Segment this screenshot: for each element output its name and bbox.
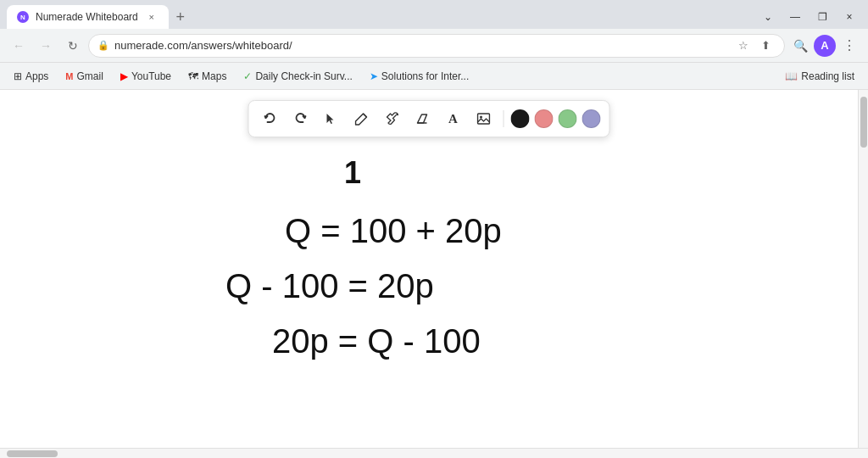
window-controls: ⌄ — ❐ × xyxy=(749,8,868,29)
toolbar-divider xyxy=(504,110,504,127)
tools-button[interactable] xyxy=(380,106,405,131)
redo-button[interactable] xyxy=(288,106,314,131)
bookmark-apps-label: Apps xyxy=(25,70,48,82)
more-options-button[interactable]: ⋮ xyxy=(837,34,861,58)
bookmark-daily-checkin-label: Daily Check-in Surv... xyxy=(255,70,352,82)
color-pink[interactable] xyxy=(535,109,554,128)
bookmark-solutions[interactable]: ➤ Solutions for Inter... xyxy=(363,69,476,84)
tab-search-button[interactable]: ⌄ xyxy=(756,8,780,25)
whiteboard[interactable]: A 1 xyxy=(0,90,858,448)
bookmark-gmail-label: Gmail xyxy=(77,70,103,82)
reading-list-label: Reading list xyxy=(801,70,854,82)
color-black[interactable] xyxy=(511,109,530,128)
reading-list-icon: 📖 xyxy=(785,70,798,82)
tab-favicon: N xyxy=(17,11,29,23)
bookmarks-bar: ⊞ Apps M Gmail ▶ YouTube 🗺 Maps ✓ Daily … xyxy=(0,63,868,90)
bookmark-maps[interactable]: 🗺 Maps xyxy=(181,69,233,84)
bookmark-apps[interactable]: ⊞ Apps xyxy=(7,69,55,84)
search-icon[interactable]: 🔍 xyxy=(788,34,812,58)
nav-bar: ← → ↻ 🔒 numerade.com/answers/whiteboard/… xyxy=(0,29,868,63)
bookmark-maps-label: Maps xyxy=(202,70,226,82)
tab-close-button[interactable]: × xyxy=(145,10,159,24)
close-button[interactable]: × xyxy=(837,8,861,25)
bookmark-star-icon[interactable]: ☆ xyxy=(733,36,754,56)
color-purple[interactable] xyxy=(582,109,601,128)
horizontal-scrollbar-thumb[interactable] xyxy=(7,450,58,457)
pen-tool-button[interactable] xyxy=(349,106,375,131)
scrollbar-thumb[interactable] xyxy=(860,97,867,148)
forward-button[interactable]: → xyxy=(34,34,58,58)
undo-button[interactable] xyxy=(258,106,283,131)
share-icon[interactable]: ⬆ xyxy=(755,36,776,56)
select-tool-button[interactable] xyxy=(319,106,344,131)
content-area: A 1 xyxy=(0,90,868,448)
browser-frame: N Numerade Whiteboard × + ⌄ — ❐ × ← → ↻ … xyxy=(0,0,868,458)
bookmark-youtube-label: YouTube xyxy=(131,70,171,82)
text-tool-icon: A xyxy=(448,112,458,126)
eraser-tool-button[interactable] xyxy=(410,106,436,131)
svg-text:Q - 100 = 20p: Q - 100 = 20p xyxy=(225,267,434,304)
gmail-icon: M xyxy=(65,71,73,81)
svg-text:Q = 100 + 20p: Q = 100 + 20p xyxy=(285,212,502,249)
color-green[interactable] xyxy=(559,109,577,128)
bookmark-daily-checkin[interactable]: ✓ Daily Check-in Surv... xyxy=(236,69,359,84)
new-tab-button[interactable]: + xyxy=(169,5,192,29)
minimize-button[interactable]: — xyxy=(783,8,807,25)
tab-bar: N Numerade Whiteboard × + xyxy=(0,5,749,29)
math-equations-svg: 1 Q = 100 + 20p Q - 100 = 20p 20p = Q - … xyxy=(217,158,641,438)
youtube-icon: ▶ xyxy=(120,70,128,82)
bookmark-solutions-label: Solutions for Inter... xyxy=(381,70,469,82)
avatar[interactable]: A xyxy=(814,35,836,57)
lock-icon: 🔒 xyxy=(97,40,109,51)
active-tab[interactable]: N Numerade Whiteboard × xyxy=(7,5,169,29)
maps-icon: 🗺 xyxy=(188,70,198,82)
address-bar[interactable]: 🔒 numerade.com/answers/whiteboard/ ☆ ⬆ xyxy=(88,34,785,58)
svg-text:20p = Q - 100: 20p = Q - 100 xyxy=(272,322,481,360)
solutions-icon: ➤ xyxy=(370,70,378,82)
restore-button[interactable]: ❐ xyxy=(810,8,834,25)
bookmark-gmail[interactable]: M Gmail xyxy=(58,69,110,84)
url-text: numerade.com/answers/whiteboard/ xyxy=(114,39,728,52)
bottom-scrollbar[interactable] xyxy=(0,448,868,458)
scrollbar-right[interactable] xyxy=(858,90,868,448)
apps-icon: ⊞ xyxy=(14,70,22,82)
bookmark-youtube[interactable]: ▶ YouTube xyxy=(114,69,178,84)
reload-button[interactable]: ↻ xyxy=(61,34,85,58)
image-tool-button[interactable] xyxy=(471,106,497,131)
svg-text:1: 1 xyxy=(344,158,361,190)
svg-rect-1 xyxy=(478,114,490,124)
title-bar: N Numerade Whiteboard × + ⌄ — ❐ × xyxy=(0,0,868,29)
nav-right-icons: 🔍 A ⋮ xyxy=(788,34,861,58)
whiteboard-toolbar: A xyxy=(248,100,610,137)
back-button[interactable]: ← xyxy=(7,34,31,58)
text-tool-button[interactable]: A xyxy=(441,106,466,131)
math-content: 1 Q = 100 + 20p Q - 100 = 20p 20p = Q - … xyxy=(0,149,858,448)
daily-checkin-icon: ✓ xyxy=(243,70,252,82)
svg-point-2 xyxy=(480,116,482,119)
reading-list-button[interactable]: 📖 Reading list xyxy=(778,69,861,84)
tab-title: Numerade Whiteboard xyxy=(36,11,138,23)
address-actions: ☆ ⬆ xyxy=(733,36,776,56)
